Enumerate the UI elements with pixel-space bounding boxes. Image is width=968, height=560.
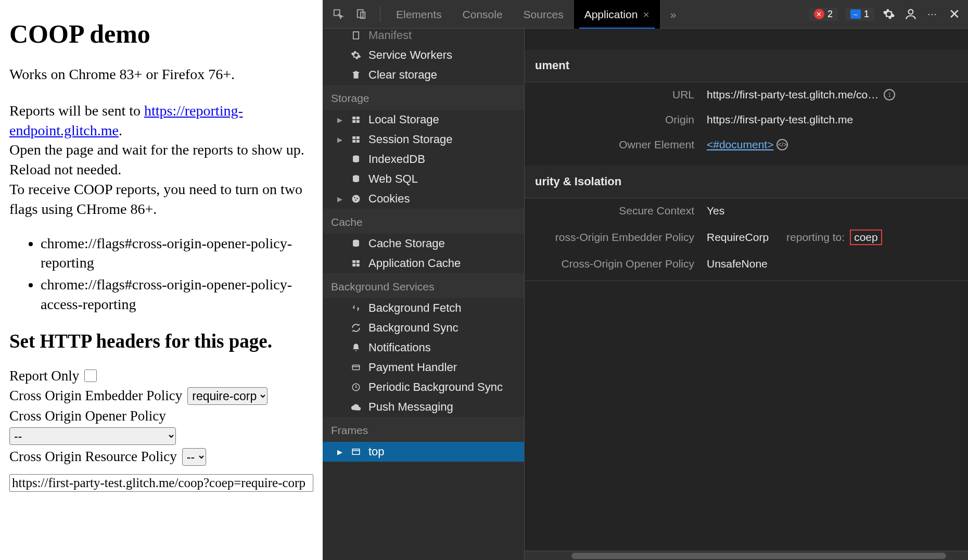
- instructions-1: Open the page and wait for the reports t…: [9, 140, 313, 180]
- flag-item: chrome://flags#cross-origin-opener-polic…: [41, 275, 313, 314]
- tab-console[interactable]: Console: [452, 0, 513, 29]
- svg-rect-20: [352, 260, 355, 263]
- detail-url-row: URL https://first-party-test.glitch.me/c…: [525, 82, 968, 107]
- svg-rect-27: [352, 449, 360, 455]
- page-subtitle: Works on Chrome 83+ or Firefox 76+.: [9, 65, 313, 84]
- sidebar-item-bg-fetch[interactable]: ▶ Background Fetch: [323, 298, 524, 318]
- detail-secure-context-row: Secure Context Yes: [525, 198, 968, 223]
- window-icon: [350, 446, 362, 458]
- page-title: COOP demo: [9, 19, 313, 49]
- errors-badge[interactable]: ✕ 2: [809, 8, 838, 21]
- card-icon: [350, 361, 362, 374]
- tab-application[interactable]: Application×: [574, 0, 660, 29]
- svg-point-3: [909, 9, 913, 14]
- info-badge[interactable]: – 1: [845, 8, 874, 21]
- horizontal-scrollbar[interactable]: [525, 551, 968, 560]
- page-content: COOP demo Works on Chrome 83+ or Firefox…: [0, 0, 323, 560]
- scroll-to-icon[interactable]: </>: [776, 139, 788, 150]
- secure-context-value: Yes: [707, 205, 958, 217]
- sidebar-item-local-storage[interactable]: ▶ Local Storage: [323, 110, 524, 130]
- svg-rect-24: [352, 365, 360, 370]
- sidebar-item-indexeddb[interactable]: ▶ IndexedDB: [323, 149, 524, 169]
- report-only-checkbox[interactable]: [84, 370, 97, 382]
- sidebar-section-cache: Cache: [323, 209, 524, 234]
- frame-detail-pane: ument URL https://first-party-test.glitc…: [525, 29, 968, 560]
- database-icon: [350, 153, 362, 166]
- bell-icon: [350, 341, 362, 354]
- reporting-label: reporting to:: [786, 231, 845, 244]
- svg-rect-5: [352, 117, 355, 119]
- close-devtools-icon[interactable]: ✕: [947, 7, 962, 21]
- sidebar-item-bg-sync[interactable]: ▶ Background Sync: [323, 318, 524, 338]
- tab-sources[interactable]: Sources: [513, 0, 574, 29]
- report-only-row: Report Only: [9, 368, 313, 384]
- url-value: https://first-party-test.glitch.me/co…: [707, 88, 878, 101]
- info-icon: –: [850, 9, 861, 19]
- flag-item: chrome://flags#cross-origin-opener-polic…: [41, 234, 313, 273]
- sidebar-item-manifest[interactable]: ▶ Manifest: [323, 29, 524, 45]
- reveal-icon[interactable]: ⟟: [884, 89, 895, 100]
- svg-rect-4: [353, 32, 359, 39]
- tabs-overflow-icon[interactable]: »: [660, 0, 687, 29]
- sidebar-item-session-storage[interactable]: ▶ Session Storage: [323, 130, 524, 149]
- svg-point-16: [354, 197, 355, 198]
- sync-icon: [350, 322, 362, 334]
- coep-select[interactable]: require-corp: [187, 387, 268, 405]
- origin-value: https://first-party-test.glitch.me: [707, 113, 958, 126]
- devtools-toolbar: Elements Console Sources Application× » …: [323, 0, 968, 29]
- coep-endpoint-highlight: coep: [850, 230, 882, 245]
- url-input[interactable]: [9, 474, 313, 492]
- sidebar-item-payment-handler[interactable]: ▶ Payment Handler: [323, 358, 524, 377]
- more-icon[interactable]: ⋯: [925, 7, 940, 21]
- svg-rect-22: [352, 264, 355, 266]
- device-toggle-icon[interactable]: [352, 5, 371, 23]
- sidebar-item-notifications[interactable]: ▶ Notifications: [323, 338, 524, 358]
- detail-coep-row: ross-Origin Embedder Policy RequireCorp …: [525, 223, 968, 251]
- svg-rect-8: [356, 120, 360, 123]
- sidebar-item-clear-storage[interactable]: ▶ Clear storage: [323, 65, 524, 85]
- detail-coop-row: Cross-Origin Opener Policy UnsafeNone: [525, 251, 968, 281]
- close-icon[interactable]: ×: [643, 8, 649, 20]
- clock-icon: [350, 381, 362, 393]
- coop-select[interactable]: --: [9, 427, 176, 445]
- inspect-icon[interactable]: [329, 5, 348, 23]
- flags-list: chrome://flags#cross-origin-opener-polic…: [41, 234, 313, 314]
- coep-row: Cross Origin Embedder Policy require-cor…: [9, 387, 313, 405]
- owner-element-link[interactable]: <#document>: [707, 138, 773, 151]
- table-icon: [350, 113, 362, 126]
- section-document: ument: [525, 49, 968, 82]
- svg-point-15: [352, 195, 360, 203]
- svg-point-17: [356, 198, 358, 199]
- corp-label: Cross Origin Resource Policy: [9, 449, 177, 465]
- corp-select[interactable]: --: [182, 448, 206, 466]
- svg-rect-6: [356, 117, 360, 119]
- sidebar-item-service-workers[interactable]: ▶ Service Workers: [323, 45, 524, 65]
- svg-rect-7: [352, 120, 355, 123]
- reports-paragraph: Reports will be sent to https://reportin…: [9, 101, 313, 141]
- account-icon[interactable]: [903, 7, 918, 21]
- coep-value: RequireCorp: [707, 231, 769, 244]
- sidebar-item-top-frame[interactable]: ▶ top: [323, 442, 524, 462]
- sidebar-item-cookies[interactable]: ▶ Cookies: [323, 189, 524, 209]
- svg-rect-12: [356, 140, 360, 143]
- trash-icon: [350, 69, 362, 81]
- sidebar-item-application-cache[interactable]: ▶ Application Cache: [323, 253, 524, 273]
- svg-point-18: [355, 199, 356, 201]
- sidebar-item-periodic-bg-sync[interactable]: ▶ Periodic Background Sync: [323, 377, 524, 397]
- coep-label: Cross Origin Embedder Policy: [9, 388, 182, 404]
- tab-elements[interactable]: Elements: [386, 0, 452, 29]
- transfer-icon: [350, 302, 362, 314]
- document-icon: [350, 29, 362, 42]
- database-icon: [350, 237, 362, 250]
- sidebar-item-web-sql[interactable]: ▶ Web SQL: [323, 169, 524, 189]
- coop-value: UnsafeNone: [707, 258, 958, 270]
- database-icon: [350, 173, 362, 185]
- corp-row: Cross Origin Resource Policy --: [9, 448, 313, 466]
- sidebar-item-cache-storage[interactable]: ▶ Cache Storage: [323, 234, 524, 253]
- scrollbar-thumb[interactable]: [571, 553, 946, 559]
- sidebar-item-push-messaging[interactable]: ▶ Push Messaging: [323, 397, 524, 417]
- cookie-icon: [350, 193, 362, 205]
- table-icon: [350, 257, 362, 270]
- instructions-2: To receive COOP reports, you need to tur…: [9, 180, 313, 219]
- gear-icon[interactable]: [882, 7, 896, 21]
